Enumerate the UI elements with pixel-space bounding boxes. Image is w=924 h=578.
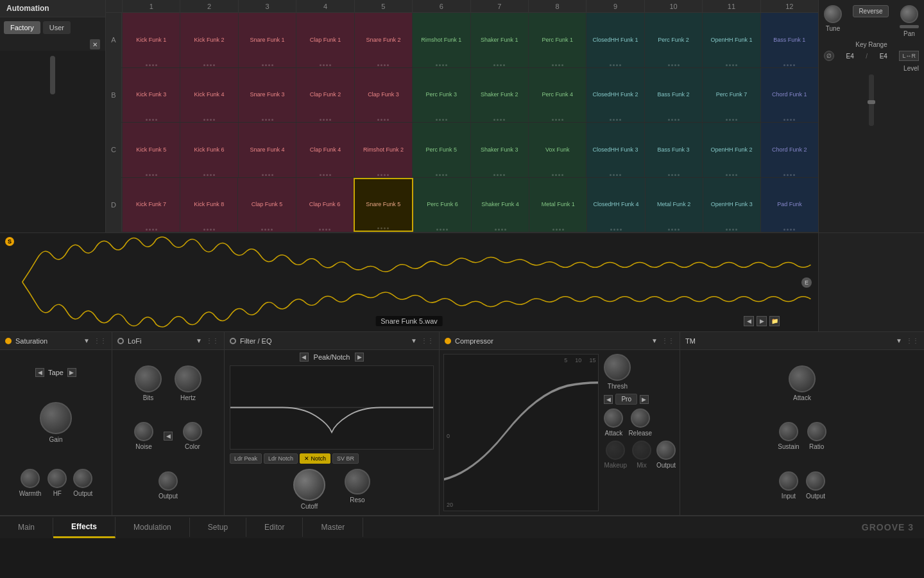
tab-setup[interactable]: Setup [190,518,246,537]
tune-knob[interactable] [824,5,842,23]
compressor-power[interactable] [445,338,451,344]
grid-cell-D-8[interactable]: Metal Funk 1 [529,178,586,232]
saturation-output-knob[interactable] [73,469,92,488]
grid-cell-B-2[interactable]: Kick Funk 4 [180,68,237,123]
comp-nav-left[interactable]: ◀ [604,395,613,404]
saturation-grid-icon[interactable]: ⋮⋮ [94,337,107,344]
lofi-hertz-knob[interactable] [175,365,201,392]
comp-output-knob[interactable] [656,441,676,460]
waveform-next-btn[interactable]: ▶ [757,316,767,326]
saturation-power[interactable] [5,338,12,344]
grid-cell-D-6[interactable]: Perc Funk 6 [413,178,471,232]
grid-cell-C-9[interactable]: ClosedHH Funk 3 [586,123,644,177]
comp-attack-knob[interactable] [604,408,623,428]
tab-main[interactable]: Main [0,518,53,537]
tm-input-knob[interactable] [779,471,798,491]
lofi-dropdown-icon[interactable]: ▼ [196,337,202,344]
grid-cell-D-11[interactable]: OpenHH Funk 3 [703,178,760,232]
eq-display[interactable] [230,365,434,450]
tab-editor[interactable]: Editor [246,518,303,537]
grid-cell-A-5[interactable]: Snare Funk 2 [354,13,412,67]
waveform-display[interactable]: S Snare Funk 5.wav ◀ ▶ 📁 E [0,233,818,331]
filter-cutoff-knob[interactable] [293,469,325,501]
grid-cell-D-7[interactable]: Shaker Funk 4 [471,178,529,232]
grid-cell-B-5[interactable]: Clap Funk 3 [354,68,412,123]
grid-cell-A-8[interactable]: Perc Funk 1 [528,13,586,67]
lofi-bits-knob[interactable] [135,365,162,392]
grid-cell-C-4[interactable]: Clap Funk 4 [296,123,354,177]
tm-sustain-knob[interactable] [779,422,798,441]
lofi-output-knob[interactable] [158,471,178,491]
sidebar-tab-user[interactable]: User [43,21,71,34]
grid-cell-D-10[interactable]: Metal Funk 2 [645,178,703,232]
grid-cell-D-12[interactable]: Pad Funk [760,178,818,232]
grid-cell-B-10[interactable]: Bass Funk 2 [644,68,702,123]
grid-cell-C-12[interactable]: Chord Funk 2 [760,123,818,177]
grid-cell-C-3[interactable]: Snare Funk 4 [238,123,296,177]
grid-cell-C-6[interactable]: Perc Funk 5 [412,123,470,177]
grid-cell-B-9[interactable]: ClosedHH Funk 2 [586,68,644,123]
filter-eq-dropdown-icon[interactable]: ▼ [411,337,417,344]
saturation-next-btn[interactable]: ▶ [67,368,76,377]
grid-cell-B-3[interactable]: Snare Funk 3 [238,68,296,123]
filter-type-ldr-peak[interactable]: Ldr Peak [230,453,262,464]
saturation-gain-knob[interactable] [40,402,72,434]
tm-attack-knob[interactable] [789,365,816,392]
comp-thresh-knob[interactable] [604,354,631,381]
reverse-button[interactable]: Reverse [853,5,888,17]
filter-type-ldr-notch[interactable]: Ldr Notch [264,453,298,464]
lofi-grid-icon[interactable]: ⋮⋮ [206,337,219,344]
tab-master[interactable]: Master [303,518,363,537]
phase-button[interactable]: ∅ [824,51,834,61]
grid-cell-D-4[interactable]: Clap Funk 6 [296,178,354,232]
grid-cell-A-12[interactable]: Bass Funk 1 [760,13,818,67]
filter-eq-prev-btn[interactable]: ◀ [300,353,309,362]
grid-cell-A-4[interactable]: Clap Funk 1 [296,13,354,67]
grid-cell-A-1[interactable]: Kick Funk 1 [122,13,180,67]
filter-eq-grid-icon[interactable]: ⋮⋮ [421,337,434,344]
sidebar-tab-factory[interactable]: Factory [4,21,40,34]
grid-cell-B-4[interactable]: Clap Funk 2 [296,68,354,123]
tm-dropdown-icon[interactable]: ▼ [896,337,902,344]
grid-cell-A-7[interactable]: Shaker Funk 1 [470,13,528,67]
grid-cell-D-3[interactable]: Clap Funk 5 [237,178,295,232]
grid-cell-A-3[interactable]: Snare Funk 1 [238,13,296,67]
filter-type-x-notch[interactable]: ✕ Notch [300,453,330,464]
saturation-dropdown-icon[interactable]: ▼ [83,337,90,344]
waveform-prev-btn[interactable]: ◀ [744,316,754,326]
comp-mix-knob[interactable] [632,441,651,460]
filter-type-sv-br[interactable]: SV BR [332,453,359,464]
grid-cell-C-11[interactable]: OpenHH Funk 2 [702,123,760,177]
grid-cell-A-11[interactable]: OpenHH Funk 1 [702,13,760,67]
tab-effects[interactable]: Effects [53,517,116,538]
saturation-prev-btn[interactable]: ◀ [35,368,44,377]
level-slider[interactable] [869,74,874,126]
compressor-grid-icon[interactable]: ⋮⋮ [662,337,674,344]
saturation-hf-knob[interactable] [47,469,67,488]
tab-modulation[interactable]: Modulation [116,518,190,537]
grid-cell-C-8[interactable]: Vox Funk [528,123,586,177]
comp-nav-right[interactable]: ▶ [640,395,649,404]
comp-makeup-knob[interactable] [606,441,625,460]
grid-cell-B-8[interactable]: Perc Funk 4 [528,68,586,123]
comp-release-knob[interactable] [631,408,650,428]
filter-eq-next-btn[interactable]: ▶ [355,353,364,362]
grid-cell-B-7[interactable]: Shaker Funk 2 [470,68,528,123]
lofi-noise-knob[interactable] [134,422,153,441]
grid-cell-C-5[interactable]: Rimshot Funk 2 [354,123,412,177]
grid-cell-D-2[interactable]: Kick Funk 8 [180,178,237,232]
filter-reso-knob[interactable] [345,469,370,495]
saturation-warmth-knob[interactable] [21,469,40,488]
compressor-dropdown-icon[interactable]: ▼ [651,337,658,344]
grid-cell-B-6[interactable]: Perc Funk 3 [412,68,470,123]
lr-button[interactable]: L↔R [899,51,919,61]
grid-cell-D-5[interactable]: Snare Funk 5 [354,178,413,232]
grid-cell-A-10[interactable]: Perc Funk 2 [644,13,702,67]
grid-cell-C-1[interactable]: Kick Funk 5 [122,123,180,177]
tm-ratio-knob[interactable] [807,422,826,441]
grid-cell-B-1[interactable]: Kick Funk 3 [122,68,180,123]
waveform-folder-btn[interactable]: 📁 [769,316,780,326]
grid-cell-C-10[interactable]: Bass Funk 3 [644,123,702,177]
lofi-color-nav-left[interactable]: ◀ [164,432,173,441]
grid-cell-D-9[interactable]: ClosedHH Funk 4 [586,178,644,232]
